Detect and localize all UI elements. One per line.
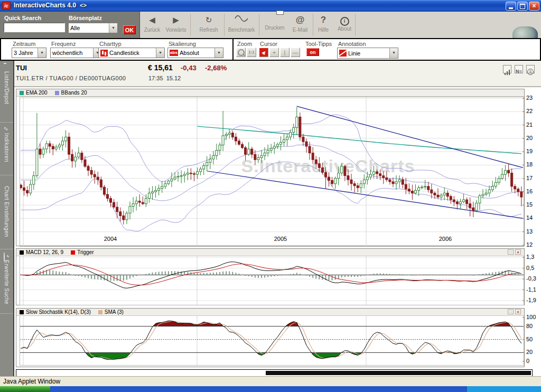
quote-time: 17:35 15.12 (148, 75, 181, 81)
hilfe-button[interactable]: ? Hilfe (315, 14, 332, 36)
window-title: InteractiveCharts 4.0<> (14, 2, 87, 9)
legend-swatch (20, 250, 24, 255)
legend-label: EMA 200 (26, 90, 48, 96)
chevron-down-icon[interactable]: ▼ (38, 48, 46, 58)
legend-label: Trigger (77, 249, 94, 255)
scrollbar-thumb[interactable] (266, 371, 531, 375)
annotation-label: Annotation (338, 41, 366, 47)
close-button[interactable]: × (529, 2, 539, 11)
printer-icon (261, 14, 288, 24)
y-axis-tick: 80 (526, 323, 540, 329)
macd-close-button[interactable]: × (515, 249, 521, 255)
chevron-down-icon[interactable]: ▼ (389, 48, 398, 58)
abs-badge-icon: abs (170, 50, 178, 56)
skalierung-select[interactable]: abs Absolut▼ (167, 48, 223, 58)
y-axis-tick: 23 (526, 95, 540, 101)
macd-chart-canvas[interactable] (16, 249, 525, 306)
cursor-crosshair-button[interactable]: + (269, 48, 279, 57)
zurueck-button[interactable]: ◀ Zurück (141, 14, 164, 36)
y-axis-tick: 16 (526, 188, 540, 194)
y-axis-tick: 0 (526, 358, 540, 364)
close-icon: × (532, 2, 536, 10)
y-axis-tick: 50 (526, 336, 540, 342)
macd-panel[interactable]: MACD 12, 26, 9Trigger ∷ × (16, 248, 525, 305)
zoom-in-button[interactable] (236, 48, 246, 57)
bar-chart-view-button[interactable] (503, 65, 511, 73)
charttyp-select[interactable]: Candlestick▼ (98, 48, 165, 58)
annotation-select[interactable]: Linie▼ (337, 48, 398, 59)
indicator-wave-icon: ∿ (4, 126, 10, 131)
zoom-label: Zoom (237, 41, 252, 47)
candlestick-icon (100, 50, 108, 57)
price-chart-canvas[interactable] (16, 89, 525, 247)
settings-view-button[interactable]: S (526, 65, 535, 73)
minimize-button[interactable] (506, 2, 516, 11)
y-axis-tick: -0,3 (526, 275, 540, 282)
y-axis-tick: 13 (526, 228, 540, 235)
y-axis-tick: 17 (526, 175, 540, 181)
y-axis-tick: 21 (526, 122, 540, 128)
legend-label: MACD 12, 26, 9 (26, 249, 63, 255)
cursor-arrow-icon: ► (258, 48, 268, 58)
restore-button[interactable] (517, 2, 528, 11)
cursor-vline-button[interactable]: | (280, 48, 290, 57)
stochastic-panel[interactable]: Slow Stochastik K(14), D(3)SMA (3) ∷ × (16, 308, 525, 367)
y-axis-tick: 15 (526, 201, 540, 208)
y-axis-tick: 20 (526, 135, 540, 141)
frequenz-select[interactable]: wöchentlich▼ (50, 48, 102, 58)
search-icon (4, 253, 10, 258)
y-axis-tick: 100 (526, 314, 540, 320)
sidebar-item-chart-einstellungen[interactable]: Chart Einstellungen (0, 175, 13, 249)
horizontal-scrollbar[interactable] (16, 369, 533, 377)
stochastic-chart-canvas[interactable] (16, 309, 525, 368)
sidebar-item-listen-depot[interactable]: Listen/Depot (0, 61, 13, 123)
price-chart-panel[interactable]: S.InteractiveCharts EMA 200BBands 20 (16, 89, 525, 246)
chevron-down-icon[interactable]: ▼ (156, 48, 164, 58)
ok-button[interactable]: OK (123, 25, 136, 34)
benchmark-button[interactable]: Benchmark (225, 14, 258, 36)
tooltipps-toggle[interactable]: on (306, 48, 319, 56)
refresh-button[interactable]: ↻ Refresh (194, 14, 223, 36)
macd-grid-button[interactable]: ∷ (508, 249, 514, 255)
start-button-sliver[interactable] (0, 386, 50, 392)
title-bar[interactable]: ic InteractiveCharts 4.0<> × (0, 0, 541, 12)
y-axis-tick: -1,9 (526, 297, 540, 303)
sidebar-item-indikatoren[interactable]: ∿ Indikatoren (0, 123, 13, 175)
price-chart-legend: EMA 200BBands 20 (16, 89, 524, 97)
line-annotation-icon (339, 50, 347, 57)
email-button[interactable]: @ E-Mail (288, 14, 312, 36)
zeitraum-select[interactable]: 3 Jahre▼ (12, 48, 46, 58)
search-zone: Quick Search Börsenplatz Alle ▼ OK (0, 12, 140, 38)
window-title-badge: <> (80, 2, 87, 8)
news-icon: N≡ (516, 69, 522, 74)
chevron-down-icon[interactable]: ▼ (214, 48, 223, 58)
change-percent: -2,68% (205, 64, 227, 72)
cursor-arrow-button[interactable]: ► (259, 48, 268, 57)
charttyp-label: Charttyp (99, 41, 122, 47)
sidebar-item-erweiterte-suche[interactable]: Erweiterte Suche (0, 249, 13, 314)
stochastic-close-button[interactable]: × (515, 309, 521, 314)
windows-taskbar[interactable] (0, 386, 541, 392)
stochastic-grid-button[interactable]: ∷ (508, 309, 514, 314)
about-button[interactable]: i About (333, 14, 356, 36)
sliders-icon (4, 179, 10, 184)
cursor-hline-button[interactable]: — (291, 48, 300, 57)
zoom-one-to-one-button[interactable]: 1:1 (247, 48, 256, 57)
app-icon: ic (2, 2, 11, 10)
chevron-down-icon[interactable]: ▼ (109, 23, 117, 33)
news-view-button[interactable]: N≡ (515, 65, 523, 73)
y-axis-tick: 0,5 (526, 265, 540, 271)
vorwaerts-button[interactable]: ▶ Vorwärts (163, 14, 189, 36)
legend-swatch (20, 91, 24, 95)
cursor-label: Cursor (260, 41, 277, 47)
info-circle-icon: i (333, 14, 356, 25)
status-bar: Java Applet Window (0, 376, 541, 386)
quick-search-input[interactable] (4, 23, 65, 32)
frequenz-label: Frequenz (51, 41, 76, 47)
benchmark-wave-icon (225, 14, 258, 26)
boersenplatz-select[interactable]: Alle ▼ (68, 23, 118, 33)
change-absolute: -0,43 (181, 64, 197, 72)
drucken-button[interactable]: Drucken (261, 14, 288, 36)
forward-arrow-icon: ▶ (163, 14, 189, 26)
s-circle-icon: S (527, 69, 534, 75)
